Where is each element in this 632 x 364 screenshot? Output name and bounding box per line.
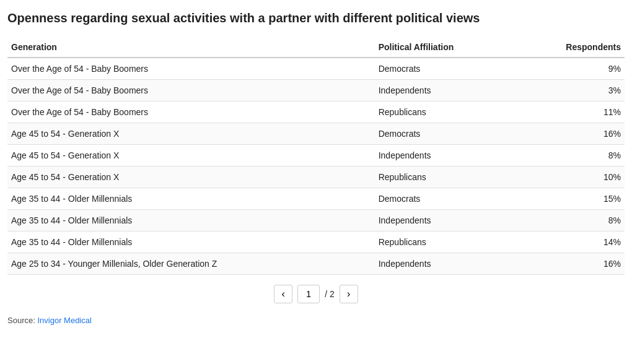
cell-generation: Age 45 to 54 - Generation X [7,167,375,188]
table-row: Age 35 to 44 - Older MillennialsRepublic… [7,232,625,253]
cell-political-affiliation: Independents [375,145,517,167]
cell-political-affiliation: Democrats [375,188,517,210]
data-table: Generation Political Affiliation Respond… [7,37,625,275]
table-row: Over the Age of 54 - Baby BoomersIndepen… [7,80,625,102]
next-page-button[interactable]: › [340,285,358,303]
prev-page-button[interactable]: ‹ [274,285,292,303]
source-label: Source: [7,316,35,325]
table-row: Age 35 to 44 - Older MillennialsDemocrat… [7,188,625,210]
cell-respondents: 10% [517,167,625,188]
page-number-input[interactable] [297,285,320,303]
table-row: Age 45 to 54 - Generation XRepublicans10… [7,167,625,188]
table-row: Over the Age of 54 - Baby BoomersRepubli… [7,102,625,123]
cell-respondents: 11% [517,102,625,123]
cell-political-affiliation: Independents [375,253,517,275]
cell-generation: Age 45 to 54 - Generation X [7,145,375,167]
cell-generation: Age 35 to 44 - Older Millennials [7,210,375,232]
table-row: Age 25 to 34 - Younger Millenials, Older… [7,253,625,275]
table-row: Age 45 to 54 - Generation XIndependents8… [7,145,625,167]
column-respondents: Respondents [517,37,625,58]
cell-political-affiliation: Independents [375,210,517,232]
cell-respondents: 8% [517,145,625,167]
cell-political-affiliation: Democrats [375,58,517,80]
cell-political-affiliation: Democrats [375,123,517,145]
source-section: Source: Invigor Medical [7,316,625,325]
pagination: ‹ / 2 › [7,285,625,303]
table-row: Over the Age of 54 - Baby BoomersDemocra… [7,58,625,80]
column-political-affiliation: Political Affiliation [375,37,517,58]
cell-respondents: 16% [517,123,625,145]
cell-respondents: 9% [517,58,625,80]
cell-respondents: 8% [517,210,625,232]
cell-respondents: 14% [517,232,625,253]
cell-respondents: 3% [517,80,625,102]
cell-generation: Age 45 to 54 - Generation X [7,123,375,145]
page-title: Openness regarding sexual activities wit… [7,10,625,26]
source-link[interactable]: Invigor Medical [37,316,91,325]
cell-respondents: 15% [517,188,625,210]
cell-generation: Over the Age of 54 - Baby Boomers [7,102,375,123]
table-row: Age 45 to 54 - Generation XDemocrats16% [7,123,625,145]
cell-political-affiliation: Republicans [375,167,517,188]
cell-political-affiliation: Independents [375,80,517,102]
cell-generation: Over the Age of 54 - Baby Boomers [7,58,375,80]
cell-generation: Age 35 to 44 - Older Millennials [7,188,375,210]
cell-political-affiliation: Republicans [375,232,517,253]
page-total: / 2 [325,289,335,299]
cell-generation: Age 25 to 34 - Younger Millenials, Older… [7,253,375,275]
cell-generation: Age 35 to 44 - Older Millennials [7,232,375,253]
table-row: Age 35 to 44 - Older MillennialsIndepend… [7,210,625,232]
column-generation: Generation [7,37,375,58]
cell-political-affiliation: Republicans [375,102,517,123]
cell-respondents: 16% [517,253,625,275]
cell-generation: Over the Age of 54 - Baby Boomers [7,80,375,102]
